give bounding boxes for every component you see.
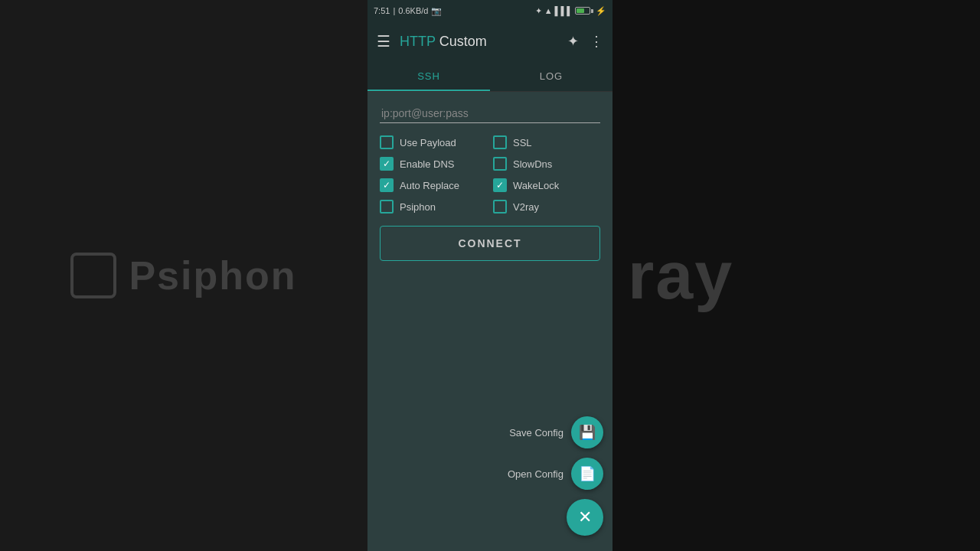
close-icon: ✕ (578, 507, 592, 527)
open-config-label: Open Config (508, 468, 564, 480)
server-input[interactable] (380, 104, 600, 123)
enable-dns-label: Enable DNS (400, 158, 455, 170)
slow-dns-checkbox[interactable] (493, 157, 507, 171)
wakelock-checkbox[interactable] (493, 178, 507, 192)
v2ray-label: V2ray (513, 201, 539, 213)
custom-text: Custom (439, 34, 487, 49)
tab-bar: SSH LOG (368, 61, 612, 92)
connect-button[interactable]: CONNECT (380, 226, 600, 261)
enable-dns-checkbox[interactable] (380, 157, 394, 171)
open-config-row: Open Config 📄 (508, 458, 603, 490)
video-icon: 📷 (431, 6, 442, 16)
auto-replace-checkbox[interactable] (380, 178, 394, 192)
ssl-checkbox[interactable] (493, 135, 507, 149)
data-speed-value: 0.6KB/d (398, 6, 428, 15)
enable-dns-item[interactable]: Enable DNS (380, 157, 487, 171)
close-fab-button[interactable]: ✕ (567, 499, 603, 536)
http-label: HTTP (400, 34, 436, 49)
psiphon-label: Psiphon (400, 201, 436, 213)
psiphon-square-icon (70, 253, 116, 298)
psiphon-item[interactable]: Psiphon (380, 200, 487, 214)
slow-dns-item[interactable]: SlowDns (493, 157, 600, 171)
status-bar: 7:51 | 0.6KB/d 📷 ✦ ▲ ▌▌▌ ⚡ (368, 0, 612, 21)
background-left: Psiphon (0, 0, 368, 551)
auto-replace-item[interactable]: Auto Replace (380, 178, 487, 192)
background-right: ray (612, 0, 980, 551)
wifi-icon: ▲ (544, 6, 553, 15)
signal-icon: ▌▌▌ (555, 6, 573, 15)
data-speed: | (393, 6, 395, 15)
tab-ssh[interactable]: SSH (368, 61, 490, 91)
battery-indicator (575, 7, 593, 15)
options-grid: Use Payload SSL Enable DNS SlowDns Auto … (380, 135, 600, 214)
psiphon-checkbox[interactable] (380, 200, 394, 214)
wakelock-item[interactable]: WakeLock (493, 178, 600, 192)
app-title: HTTP Custom (400, 34, 558, 50)
use-payload-item[interactable]: Use Payload (380, 135, 487, 149)
charging-icon: ⚡ (596, 6, 606, 16)
v2ray-item[interactable]: V2ray (493, 200, 600, 214)
wakelock-label: WakeLock (513, 180, 559, 191)
psiphon-logo-text: Psiphon (129, 253, 296, 298)
server-input-group (380, 104, 600, 123)
tab-log[interactable]: LOG (490, 61, 612, 91)
save-config-button[interactable]: 💾 (571, 416, 603, 448)
hamburger-menu-icon[interactable]: ☰ (377, 32, 390, 51)
ssl-label: SSL (513, 137, 532, 148)
header-icons: ✦ ⋮ (567, 33, 603, 50)
app-header: ☰ HTTP Custom ✦ ⋮ (368, 21, 612, 61)
more-options-icon[interactable]: ⋮ (590, 33, 603, 50)
close-fab-row: ✕ (567, 499, 603, 536)
save-config-row: Save Config 💾 (509, 416, 603, 448)
save-icon: 💾 (579, 424, 596, 441)
open-icon: 📄 (579, 465, 596, 482)
slow-dns-label: SlowDns (513, 158, 552, 170)
v2ray-checkbox[interactable] (493, 200, 507, 214)
bluetooth-icon: ✦ (535, 6, 542, 16)
open-config-button[interactable]: 📄 (571, 458, 603, 490)
star-icon[interactable]: ✦ (567, 33, 579, 50)
ray-text: ray (628, 236, 733, 315)
time-display: 7:51 (374, 6, 390, 15)
ssl-item[interactable]: SSL (493, 135, 600, 149)
use-payload-label: Use Payload (400, 137, 456, 148)
use-payload-checkbox[interactable] (380, 135, 394, 149)
phone-frame: 7:51 | 0.6KB/d 📷 ✦ ▲ ▌▌▌ ⚡ ☰ HTTP Custom (368, 0, 612, 551)
fab-area: Save Config 💾 Open Config 📄 ✕ (508, 416, 603, 536)
auto-replace-label: Auto Replace (400, 180, 459, 191)
save-config-label: Save Config (509, 427, 564, 439)
